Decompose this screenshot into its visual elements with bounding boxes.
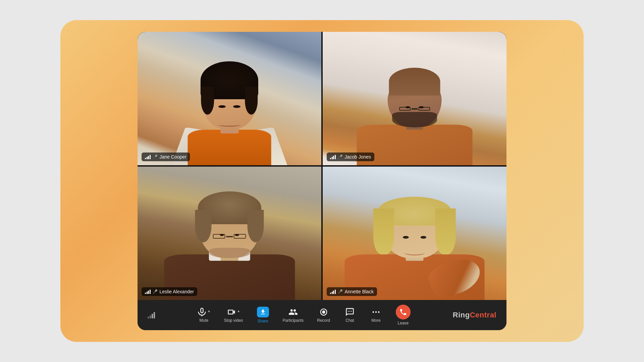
participant-name-leslie: Leslie Alexander <box>160 289 194 294</box>
more-icon <box>371 307 381 317</box>
stop-video-arrow: ▲ <box>237 309 240 313</box>
mute-button[interactable]: ▲ Mute <box>192 305 216 325</box>
share-button[interactable]: Share <box>251 304 275 326</box>
signal-bars-toolbar <box>148 312 155 318</box>
video-tile-jane: 🎤 Jane Cooper <box>138 32 321 165</box>
brand-name: RingCentral <box>453 311 496 319</box>
svg-point-4 <box>378 311 380 313</box>
svg-point-3 <box>375 311 377 313</box>
toolbar-right: RingCentral <box>453 311 496 319</box>
mic-icon-annette: 🎤 <box>338 289 343 294</box>
mute-label: Mute <box>200 318 209 323</box>
leave-label: Leave <box>398 321 409 325</box>
record-button[interactable]: Record <box>312 305 335 325</box>
mute-icon: ▲ <box>197 307 211 317</box>
brand-accent: Central <box>470 311 496 319</box>
svg-point-1 <box>322 310 325 313</box>
participants-label: Participants <box>283 318 304 323</box>
stop-video-label: Stop video <box>224 318 243 323</box>
chat-button[interactable]: Chat <box>338 305 362 325</box>
leave-icon <box>396 305 411 319</box>
share-icon-wrapper <box>257 307 269 317</box>
mic-icon-leslie: 🎤 <box>153 289 158 294</box>
participants-button[interactable]: Participants <box>277 305 309 325</box>
participant-name-jacob: Jacob Jones <box>345 154 371 160</box>
participant-label-jane: 🎤 Jane Cooper <box>142 153 190 161</box>
participant-name-annette: Annette Black <box>345 289 374 294</box>
mute-arrow: ▲ <box>207 309 211 313</box>
stop-video-button[interactable]: ▲ Stop video <box>219 305 249 325</box>
mic-icon-jane: 🎤 <box>153 155 158 159</box>
record-label: Record <box>317 318 330 323</box>
toolbar-left <box>148 312 155 318</box>
video-grid: 🎤 Jane Cooper <box>138 32 506 300</box>
stop-video-icon: ▲ <box>227 307 240 317</box>
participant-label-annette: 🎤 Annette Black <box>327 287 377 296</box>
video-tile-leslie: 🎤 Leslie Alexander <box>138 167 321 300</box>
outer-wrapper: 🎤 Jane Cooper <box>60 20 584 342</box>
svg-point-2 <box>372 311 374 313</box>
more-button[interactable]: More <box>364 305 388 325</box>
record-icon <box>319 307 328 317</box>
signal-icon-leslie <box>145 289 151 294</box>
participant-label-jacob: 🎤 Jacob Jones <box>327 153 374 161</box>
app-container: 🎤 Jane Cooper <box>138 32 506 330</box>
toolbar: ▲ Mute ▲ Stop video <box>138 300 506 330</box>
leave-button[interactable]: Leave <box>390 302 416 328</box>
share-icon <box>257 307 269 317</box>
participant-name-jane: Jane Cooper <box>160 154 186 160</box>
participants-icon <box>288 307 298 317</box>
signal-icon-annette <box>330 289 336 294</box>
signal-icon-jane <box>145 155 151 159</box>
signal-icon-jacob <box>330 155 336 159</box>
toolbar-center: ▲ Mute ▲ Stop video <box>192 302 416 328</box>
share-label: Share <box>258 319 268 323</box>
video-tile-annette: 🎤 Annette Black <box>323 167 506 300</box>
chat-label: Chat <box>345 318 354 323</box>
participant-label-leslie: 🎤 Leslie Alexander <box>142 287 197 296</box>
mic-icon-jacob: 🎤 <box>338 155 343 159</box>
chat-icon <box>345 307 355 317</box>
more-label: More <box>371 318 380 323</box>
video-tile-jacob: 🎤 Jacob Jones <box>323 32 506 165</box>
